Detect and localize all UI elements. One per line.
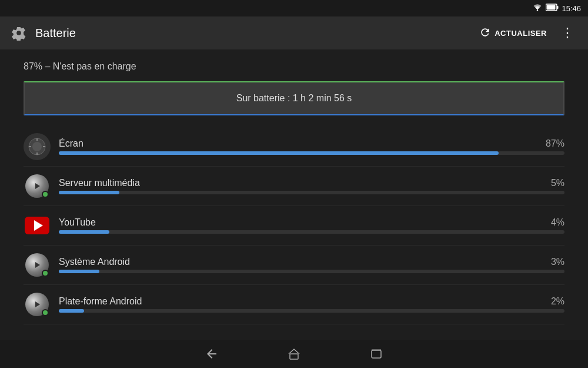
ecran-bar-bg	[59, 151, 564, 155]
back-button[interactable]	[200, 342, 223, 366]
ecran-bar-fill	[59, 151, 499, 155]
svg-point-0	[537, 9, 538, 11]
multimedia-bar-fill	[59, 191, 119, 194]
usage-item-multimedia[interactable]: Serveur multimédia 5%	[24, 167, 564, 206]
battery-status-text: 87% – N'est pas en charge	[24, 61, 564, 72]
android-platform-icon	[24, 291, 51, 318]
youtube-details: YouTube 4%	[59, 217, 564, 234]
android-platform-details: Plate-forme Android 2%	[59, 296, 564, 313]
android-platform-bar-fill	[59, 309, 84, 313]
multimedia-name: Serveur multimédia	[59, 178, 140, 188]
svg-marker-11	[35, 262, 40, 268]
usage-item-android-system[interactable]: Système Android 3%	[24, 246, 564, 285]
wifi-icon	[532, 3, 543, 14]
ecran-icon	[24, 133, 51, 160]
android-platform-bar-bg	[59, 309, 564, 313]
youtube-bar-bg	[59, 230, 564, 234]
battery-bar: Sur batterie : 1 h 2 min 56 s	[24, 81, 564, 115]
multimedia-percent: 5%	[551, 178, 564, 188]
svg-rect-2	[557, 6, 559, 9]
usage-list: Écran 87% Serveur multimé	[24, 127, 564, 324]
android-system-name: Système Android	[59, 257, 130, 267]
youtube-percent: 4%	[551, 217, 564, 228]
ecran-details: Écran 87%	[59, 138, 564, 155]
status-icons: 15:46	[532, 3, 581, 14]
svg-point-5	[32, 142, 42, 151]
recents-button[interactable]	[365, 342, 388, 366]
refresh-label: ACTUALISER	[495, 29, 547, 38]
multimedia-icon	[24, 173, 51, 200]
android-system-icon	[24, 251, 51, 279]
home-button[interactable]	[282, 342, 306, 366]
battery-status-icon	[546, 3, 559, 14]
status-time: 15:46	[562, 4, 581, 13]
android-system-percent: 3%	[551, 257, 564, 267]
svg-rect-13	[290, 354, 298, 359]
usage-item-android-platform[interactable]: Plate-forme Android 2%	[24, 285, 564, 324]
settings-gear-icon	[9, 24, 28, 42]
top-bar: Batterie ACTUALISER ⋮	[0, 16, 588, 49]
youtube-bar-fill	[59, 230, 109, 234]
ecran-percent: 87%	[546, 138, 564, 149]
android-system-details: Système Android 3%	[59, 257, 564, 273]
multimedia-details: Serveur multimédia 5%	[59, 178, 564, 194]
svg-rect-14	[372, 350, 381, 358]
ecran-name: Écran	[59, 138, 83, 149]
more-options-button[interactable]: ⋮	[556, 24, 579, 42]
page-title: Batterie	[35, 26, 467, 40]
refresh-button[interactable]: ACTUALISER	[475, 23, 552, 44]
main-content: 87% – N'est pas en charge Sur batterie :…	[0, 49, 588, 340]
android-platform-name: Plate-forme Android	[59, 296, 142, 307]
svg-marker-12	[35, 301, 40, 307]
status-bar: 15:46	[0, 0, 588, 16]
more-icon: ⋮	[561, 25, 574, 40]
battery-bar-text: Sur batterie : 1 h 2 min 56 s	[236, 93, 352, 104]
top-bar-actions: ACTUALISER ⋮	[475, 23, 579, 44]
usage-item-youtube[interactable]: YouTube 4%	[24, 206, 564, 246]
android-platform-percent: 2%	[551, 296, 564, 307]
android-system-bar-fill	[59, 270, 99, 273]
youtube-icon	[24, 212, 51, 239]
usage-item-ecran[interactable]: Écran 87%	[24, 127, 564, 167]
youtube-name: YouTube	[59, 217, 96, 228]
bottom-nav	[0, 340, 588, 368]
android-system-bar-bg	[59, 270, 564, 273]
svg-marker-10	[35, 183, 40, 189]
refresh-icon	[479, 26, 491, 40]
multimedia-bar-bg	[59, 191, 564, 194]
svg-rect-3	[547, 5, 556, 10]
